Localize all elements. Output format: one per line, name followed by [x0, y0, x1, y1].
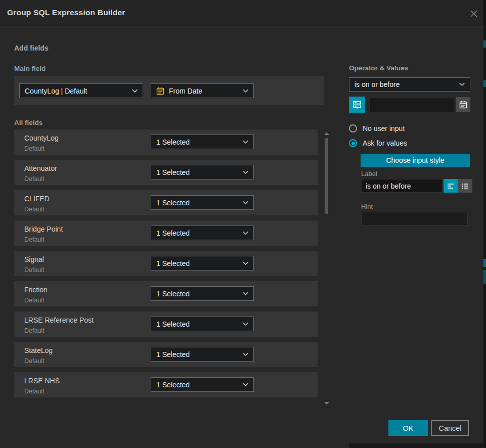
- chevron-down-icon: [243, 261, 248, 265]
- field-subtitle: Default: [24, 145, 45, 152]
- field-selection-dropdown[interactable]: 1 Selected: [151, 226, 254, 240]
- date-picker-button[interactable]: [456, 97, 470, 112]
- date-field-calendar-icon: [156, 87, 164, 95]
- field-row: Signal Default 1 Selected: [14, 251, 318, 276]
- field-selection-dropdown[interactable]: 1 Selected: [151, 195, 254, 210]
- ask-for-values-label: Ask for values: [363, 139, 407, 147]
- dialog-header: Group SQL Expression Builder: [0, 0, 483, 26]
- field-subtitle: Default: [24, 206, 45, 213]
- field-name: Bridge Point: [24, 225, 63, 233]
- field-subtitle: Default: [24, 327, 45, 334]
- value-input[interactable]: [369, 97, 454, 112]
- field-row: Bridge Point Default 1 Selected: [14, 220, 318, 246]
- field-selection-dropdown[interactable]: 1 Selected: [151, 286, 254, 301]
- cancel-button[interactable]: Cancel: [431, 420, 469, 436]
- field-selection-value: 1 Selected: [156, 320, 239, 328]
- background-app-bottom-edge: [349, 443, 483, 448]
- field-row: CountyLog Default 1 Selected: [14, 129, 318, 155]
- ask-for-values-radio[interactable]: Ask for values: [349, 139, 407, 148]
- scroll-up-arrow-icon[interactable]: [324, 132, 329, 135]
- value-type-button[interactable]: [349, 97, 365, 113]
- background-fragment: [483, 259, 486, 267]
- chevron-down-icon: [243, 140, 248, 144]
- no-user-input-radio[interactable]: No user input: [349, 124, 405, 133]
- field-row: LRSE Reference Post Default 1 Selected: [14, 311, 318, 337]
- operator-select[interactable]: is on or before: [349, 77, 470, 92]
- ok-button[interactable]: OK: [388, 420, 428, 436]
- main-field-panel: CountyLog | Default From Date: [14, 76, 324, 105]
- field-subtitle: Default: [24, 266, 45, 274]
- chevron-down-icon: [243, 322, 248, 326]
- field-selection-value: 1 Selected: [156, 199, 239, 207]
- field-selection-dropdown[interactable]: 1 Selected: [151, 135, 254, 149]
- chevron-down-icon: [243, 383, 248, 387]
- panel-divider: [337, 62, 337, 406]
- choose-input-style-button[interactable]: Choose input style: [361, 154, 470, 167]
- field-selection-value: 1 Selected: [156, 168, 239, 176]
- main-field-select[interactable]: From Date: [151, 83, 254, 98]
- field-subtitle: Default: [24, 388, 45, 395]
- field-subtitle: Default: [24, 357, 45, 365]
- chevron-down-icon: [243, 201, 248, 205]
- field-subtitle: Default: [24, 175, 45, 183]
- field-subtitle: Default: [24, 297, 45, 304]
- field-selection-dropdown[interactable]: 1 Selected: [151, 347, 254, 362]
- layer-select-value: CountyLog | Default: [25, 87, 128, 95]
- field-selection-dropdown[interactable]: 1 Selected: [151, 317, 254, 331]
- calendar-icon: [459, 101, 467, 109]
- main-field-heading: Main field: [14, 65, 46, 72]
- field-selection-dropdown[interactable]: 1 Selected: [151, 256, 254, 271]
- scroll-down-arrow-icon[interactable]: [324, 402, 329, 405]
- field-row: CLIFED Default 1 Selected: [14, 190, 318, 215]
- align-left-icon: [447, 183, 455, 190]
- field-selection-value: 1 Selected: [156, 259, 239, 267]
- field-row: LRSE NHS Default 1 Selected: [14, 372, 318, 397]
- background-app-right-edge: [483, 0, 486, 448]
- value-input-row: [349, 97, 470, 113]
- field-selection-value: 1 Selected: [156, 138, 239, 146]
- list-style-toggle[interactable]: [458, 179, 472, 193]
- operator-values-heading: Operator & Values: [349, 64, 408, 72]
- radio-unselected-icon: [349, 124, 357, 132]
- field-name: LRSE Reference Post: [24, 316, 94, 324]
- field-row: Friction Default 1 Selected: [14, 281, 318, 306]
- label-caption: Label: [361, 170, 377, 177]
- field-selection-value: 1 Selected: [156, 290, 239, 298]
- chevron-down-icon: [243, 89, 248, 93]
- hint-input[interactable]: [361, 212, 468, 226]
- field-name: Signal: [24, 255, 44, 263]
- field-name: Friction: [24, 286, 48, 294]
- field-subtitle: Default: [24, 236, 45, 243]
- value-set-icon: [352, 100, 362, 109]
- background-fragment: [483, 270, 486, 284]
- chevron-down-icon: [243, 231, 248, 235]
- label-input[interactable]: [361, 179, 443, 193]
- chevron-down-icon: [243, 170, 248, 174]
- all-fields-list: CountyLog Default 1 Selected Attenuator …: [14, 129, 318, 402]
- operator-select-value: is on or before: [355, 80, 455, 88]
- field-selection-dropdown[interactable]: 1 Selected: [151, 165, 254, 180]
- scrollbar-thumb[interactable]: [325, 138, 328, 214]
- background-fragment: [483, 40, 486, 48]
- field-selection-value: 1 Selected: [156, 381, 239, 389]
- group-sql-expression-builder-dialog: Group SQL Expression Builder Add fields …: [0, 0, 483, 448]
- field-name: StateLog: [24, 346, 53, 354]
- add-fields-heading: Add fields: [14, 44, 49, 52]
- background-fragment: [483, 80, 486, 87]
- field-name: CountyLog: [24, 134, 59, 142]
- close-button[interactable]: [468, 8, 480, 20]
- chevron-down-icon: [243, 292, 248, 296]
- field-row: StateLog Default 1 Selected: [14, 342, 318, 367]
- hint-caption: Hint: [361, 203, 373, 210]
- field-name: CLIFED: [24, 195, 50, 203]
- field-selection-dropdown[interactable]: 1 Selected: [151, 377, 254, 392]
- single-line-style-toggle[interactable]: [444, 179, 458, 193]
- field-name: LRSE NHS: [24, 377, 60, 385]
- list-scrollbar[interactable]: [323, 130, 330, 406]
- field-selection-value: 1 Selected: [156, 229, 239, 237]
- radio-selected-icon: [349, 139, 357, 147]
- layer-select[interactable]: CountyLog | Default: [19, 83, 143, 98]
- chevron-down-icon: [243, 352, 248, 356]
- list-icon: [461, 183, 469, 190]
- dialog-title: Group SQL Expression Builder: [7, 8, 125, 17]
